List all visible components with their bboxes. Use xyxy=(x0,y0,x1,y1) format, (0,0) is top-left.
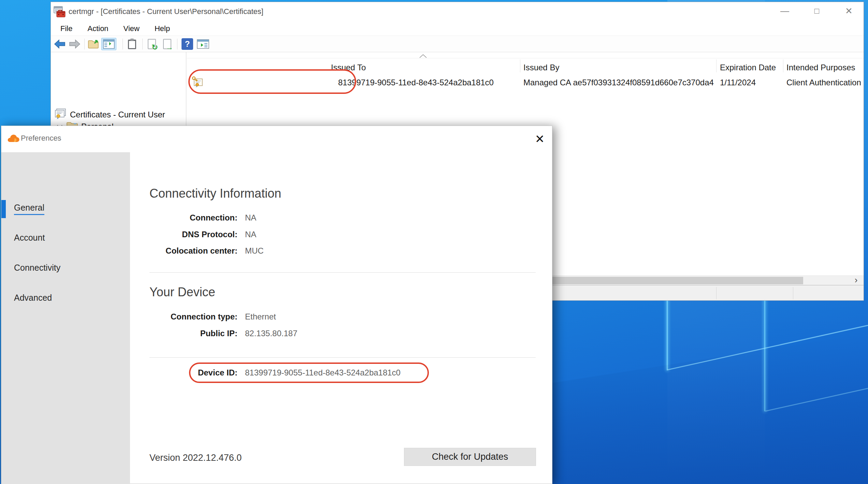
preferences-header: Preferences ✕ xyxy=(1,126,552,152)
preferences-dialog: Preferences ✕ General Account Connectivi… xyxy=(1,126,552,484)
field-label-dns-protocol: DNS Protocol: xyxy=(149,230,237,239)
console-tree-button[interactable] xyxy=(101,38,116,50)
help-icon: ? xyxy=(182,38,193,50)
toolbar-separator xyxy=(177,39,177,49)
column-separator[interactable] xyxy=(716,59,717,72)
cell-issued-to[interactable]: 81399719-9055-11ed-8e43-524a2ba181c0 xyxy=(338,78,494,87)
cell-issued-by[interactable]: Managed CA ae57f03931324f08591d660e7c370… xyxy=(523,78,714,87)
cloudflare-cloud-icon xyxy=(5,133,20,144)
column-header-issued-by[interactable]: Issued By xyxy=(523,63,559,72)
sidebar-item-label: Connectivity xyxy=(14,263,60,272)
field-label-connection-type: Connection type: xyxy=(149,312,237,322)
column-header-expiration-date[interactable]: Expiration Date xyxy=(720,63,776,72)
dialog-title: Preferences xyxy=(21,134,61,143)
close-button[interactable]: ✕ xyxy=(838,3,860,18)
export-arrow-icon: → xyxy=(166,44,173,51)
menu-bar: File Action View Help xyxy=(51,22,864,36)
help-button[interactable]: ? xyxy=(181,38,193,50)
field-label-public-ip: Public IP: xyxy=(149,329,237,338)
sidebar-item-account[interactable]: Account xyxy=(14,233,45,243)
dialog-close-button[interactable]: ✕ xyxy=(531,130,549,148)
annotation-ellipse-certificate-row xyxy=(188,69,356,94)
refresh-button[interactable]: ↻ xyxy=(146,38,158,50)
refresh-icon: ↻ xyxy=(152,44,158,51)
sidebar-item-label: Advanced xyxy=(14,293,52,302)
preferences-sidebar: General Account Connectivity Advanced xyxy=(1,152,130,484)
export-folder-button[interactable] xyxy=(88,38,100,50)
field-value-colocation-center: MUC xyxy=(245,246,264,256)
sidebar-item-label: General xyxy=(14,203,44,215)
toolbar: ↻ → ? xyxy=(51,36,864,52)
section-divider xyxy=(149,272,536,273)
forward-button[interactable] xyxy=(69,38,81,50)
maximize-button[interactable]: □ xyxy=(806,3,828,18)
field-value-connection-type: Ethernet xyxy=(245,312,276,322)
menu-file[interactable]: File xyxy=(53,24,80,33)
toolbar-separator xyxy=(122,39,123,49)
statusbar-separator xyxy=(716,287,717,299)
window-title: certmgr - [Certificates - Current User\P… xyxy=(69,7,263,16)
section-heading-connectivity: Connectivity Information xyxy=(149,186,281,201)
menu-help[interactable]: Help xyxy=(147,24,177,33)
annotation-ellipse-device-id xyxy=(189,362,429,383)
section-heading-your-device: Your Device xyxy=(149,285,215,299)
screen: certmgr - [Certificates - Current User\P… xyxy=(0,0,868,484)
tree-item-label: Certificates - Current User xyxy=(70,110,165,119)
certmgr-app-icon xyxy=(54,6,66,18)
section-divider xyxy=(149,357,536,358)
sort-ascending-icon xyxy=(419,54,427,60)
wallpaper-glow-line xyxy=(667,297,668,370)
column-separator[interactable] xyxy=(783,59,783,72)
scrollbar-right-arrow[interactable]: › xyxy=(851,275,861,285)
field-label-colocation-center: Colocation center: xyxy=(149,246,237,256)
toolbar-separator xyxy=(84,39,85,49)
field-value-public-ip: 82.135.80.187 xyxy=(245,329,297,338)
header-top-line xyxy=(187,58,864,58)
cell-intended-purposes[interactable]: Client Authentication xyxy=(786,78,861,87)
sidebar-item-general[interactable]: General xyxy=(14,203,44,213)
version-text: Version 2022.12.476.0 xyxy=(149,453,242,463)
check-for-updates-button[interactable]: Check for Updates xyxy=(404,448,536,466)
statusbar-separator xyxy=(793,287,793,299)
field-value-connection: NA xyxy=(245,213,256,223)
menu-view[interactable]: View xyxy=(116,24,147,33)
field-label-connection: Connection: xyxy=(149,213,237,223)
column-separator[interactable] xyxy=(520,59,520,72)
sidebar-item-connectivity[interactable]: Connectivity xyxy=(14,263,60,273)
clipboard-button[interactable] xyxy=(126,38,138,50)
new-window-button[interactable] xyxy=(197,38,209,50)
cell-expiration-date[interactable]: 1/11/2024 xyxy=(720,78,756,87)
tree-item-certificates-current-user[interactable]: Certificates - Current User xyxy=(51,109,186,121)
menu-action[interactable]: Action xyxy=(80,24,116,33)
export-list-button[interactable]: → xyxy=(161,38,173,50)
sidebar-item-label: Account xyxy=(14,233,45,242)
toolbar-separator xyxy=(142,39,143,49)
column-header-intended-purposes[interactable]: Intended Purposes xyxy=(786,63,855,72)
active-tab-accent-bar xyxy=(1,200,6,218)
back-button[interactable] xyxy=(54,38,66,50)
minimize-button[interactable]: — xyxy=(773,3,796,18)
sidebar-item-advanced[interactable]: Advanced xyxy=(14,293,52,303)
certificate-store-icon xyxy=(54,108,67,121)
field-value-dns-protocol: NA xyxy=(245,230,256,239)
title-bar[interactable]: certmgr - [Certificates - Current User\P… xyxy=(51,2,864,22)
